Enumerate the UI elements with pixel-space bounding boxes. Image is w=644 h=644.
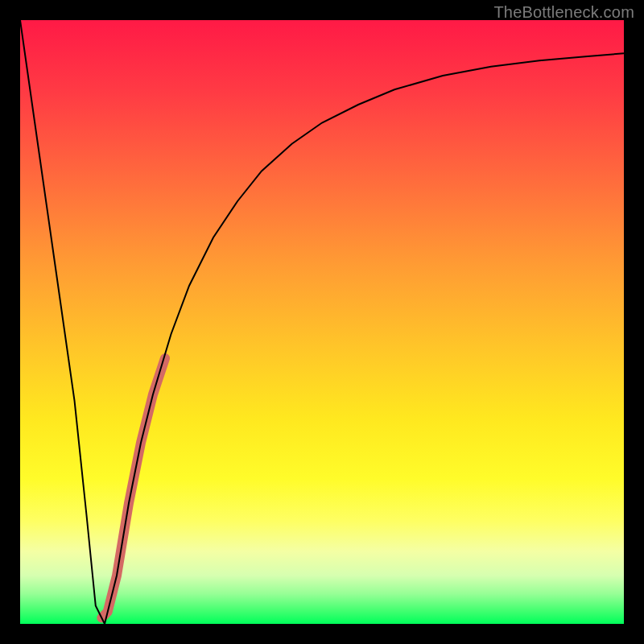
plot-area: [20, 20, 624, 624]
highlight-segment: [101, 358, 165, 618]
chart-frame: TheBottleneck.com: [0, 0, 644, 644]
bottleneck-curve: [20, 20, 624, 624]
watermark-text: TheBottleneck.com: [493, 3, 634, 22]
curve-layer: [20, 20, 624, 624]
